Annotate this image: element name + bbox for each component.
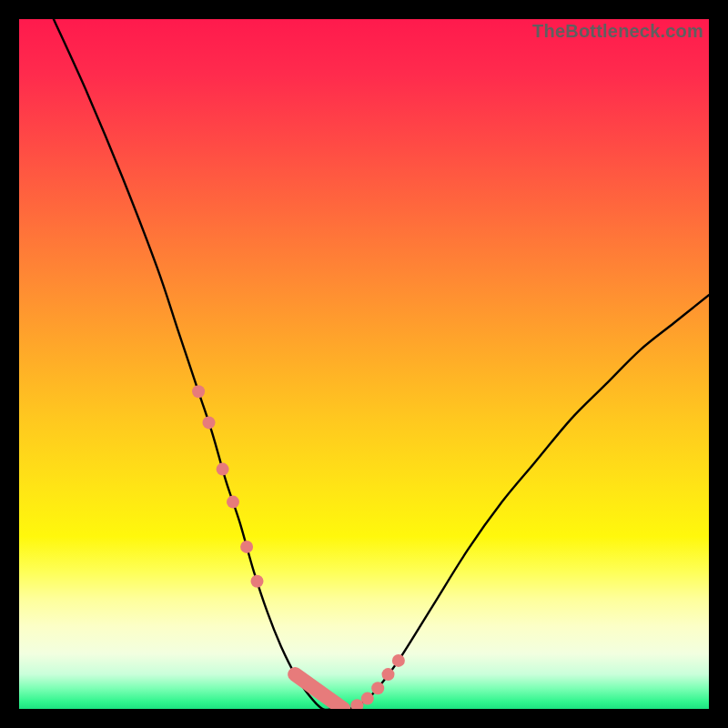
- curve-marker: [392, 654, 405, 667]
- bottleneck-curve: [54, 19, 709, 709]
- curve-marker: [382, 668, 395, 681]
- curve-marker: [251, 575, 264, 588]
- chart-svg: [19, 19, 709, 709]
- curve-marker: [192, 385, 205, 398]
- curve-marker: [227, 496, 239, 509]
- curve-marker: [371, 682, 384, 694]
- curve-marker: [361, 693, 374, 705]
- curve-marker: [203, 416, 216, 429]
- marker-cluster-right: [350, 654, 405, 709]
- chart-plot-area: TheBottleneck.com: [19, 19, 709, 709]
- curve-marker: [240, 541, 253, 553]
- trough-band: [295, 674, 343, 709]
- curve-marker: [217, 463, 229, 476]
- marker-trough-band: [295, 674, 343, 709]
